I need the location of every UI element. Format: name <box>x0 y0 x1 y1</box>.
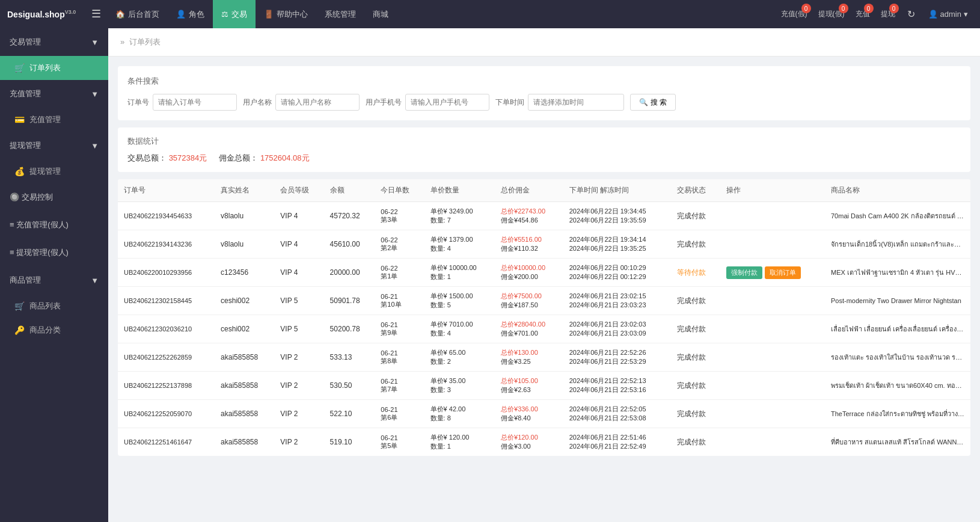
phone-input[interactable] <box>405 94 489 111</box>
search-icon: 🔍 <box>639 98 648 106</box>
admin-btn[interactable]: 👤 admin ▾ <box>923 10 973 19</box>
main-layout: 交易管理 ▼ 🛒 订单列表 充值管理 ▼ 💳 充值管理 提现管理 ▼ 💰 提现管… <box>0 28 980 522</box>
cart-icon: 🛒 <box>14 63 25 73</box>
recharge-fake-btn[interactable]: 充值(假) 0 <box>777 0 811 28</box>
cell-actions <box>720 400 825 428</box>
table-card: 订单号 真实姓名 会员等级 余额 今日单数 单价数量 总价佣金 下单时间 解冻时… <box>118 179 970 456</box>
col-times: 下单时间 解冻时间 <box>563 179 671 202</box>
cell-times: 2024年06月22日 19:34:45 2024年06月22日 19:35:5… <box>563 202 671 230</box>
cell-today-order: 06-21第9单 <box>375 315 424 343</box>
nav-item-shop[interactable]: 商城 <box>364 0 397 28</box>
table-row: UB2406220010293956 c123456 VIP 4 20000.0… <box>118 259 970 287</box>
table-row: UB2406212252137898 akai585858 VIP 2 530.… <box>118 372 970 400</box>
cell-unit-qty: 单价¥ 10000.00数量: 1 <box>424 259 495 287</box>
cell-balance: 522.10 <box>324 400 375 428</box>
search-button[interactable]: 🔍 搜 索 <box>630 94 676 111</box>
cell-times: 2024年06月21日 23:02:03 2024年06月21日 23:03:0… <box>563 315 671 343</box>
col-order-no: 订单号 <box>118 179 215 202</box>
cell-today-order: 06-22第2单 <box>375 230 424 259</box>
search-card: 条件搜索 订单号 用户名称 用户手机号 下单时间 <box>118 66 970 120</box>
cell-actions <box>720 315 825 343</box>
cell-total-commission: 总价¥130.00 佣金¥3.25 <box>495 343 563 372</box>
cell-vip: VIP 5 <box>274 287 323 315</box>
sidebar-item-product-list[interactable]: 🛒 商品列表 <box>0 294 108 318</box>
cell-real-name: v8laolu <box>215 202 274 230</box>
cell-actions <box>720 372 825 400</box>
order-no-field: 订单号 <box>127 94 237 111</box>
cell-status: 完成付款 <box>671 287 720 315</box>
table-row: UB2406221934143236 v8laolu VIP 4 45610.0… <box>118 230 970 259</box>
cancel-order-btn[interactable]: 取消订单 <box>765 266 801 279</box>
home-icon: 🏠 <box>115 10 125 19</box>
sidebar-item-order-list[interactable]: 🛒 订单列表 <box>0 56 108 80</box>
recharge-badge: 0 <box>864 4 874 13</box>
order-time-input[interactable] <box>528 94 624 111</box>
sidebar-item-withdraw-mgmt[interactable]: 💰 提现管理 <box>0 159 108 183</box>
top-nav: Desigual.shopV3.0 ☰ 🏠 后台首页 👤 角色 ⚖ 交易 🚪 帮… <box>0 0 980 28</box>
cell-total-commission: 总价¥120.00 佣金¥3.00 <box>495 428 563 456</box>
orders-table: 订单号 真实姓名 会员等级 余额 今日单数 单价数量 总价佣金 下单时间 解冻时… <box>118 179 970 456</box>
col-balance: 余额 <box>324 179 375 202</box>
cell-today-order: 06-22第3单 <box>375 202 424 230</box>
cell-product-name: รองเท้าแตะ รองเท้าใส่ในบ้าน รองเท้านวด ร… <box>825 343 970 372</box>
sidebar-item-recharge-mgmt[interactable]: 💳 充值管理 <box>0 108 108 132</box>
nav-item-role[interactable]: 👤 角色 <box>168 0 213 28</box>
cell-vip: VIP 5 <box>274 315 323 343</box>
order-time-label: 下单时间 <box>495 97 524 108</box>
table-row: UB2406212252262859 akai585858 VIP 2 533.… <box>118 343 970 372</box>
cell-today-order: 06-21第6单 <box>375 400 424 428</box>
cell-actions: 强制付款取消订单 <box>720 259 825 287</box>
table-row: UB2406212251461647 akai585858 VIP 2 519.… <box>118 428 970 456</box>
col-real-name: 真实姓名 <box>215 179 274 202</box>
col-status: 交易状态 <box>671 179 720 202</box>
nav-item-system[interactable]: 系统管理 <box>316 0 364 28</box>
cell-order-no: UB2406212302158445 <box>118 287 215 315</box>
refresh-btn[interactable]: ↻ <box>902 8 920 20</box>
sidebar-item-recharge-fake[interactable]: ≡ 充值管理(假人) <box>0 211 108 239</box>
table-row: UB2406212302036210 ceshi002 VIP 5 50200.… <box>118 315 970 343</box>
nav-right: 充值(假) 0 提现(假) 0 充值 0 提现 0 ↻ 👤 admin ▾ <box>777 0 973 28</box>
col-unit-qty: 单价数量 <box>424 179 495 202</box>
cell-times: 2024年06月21日 22:51:46 2024年06月21日 22:52:4… <box>563 428 671 456</box>
cell-times: 2024年06月22日 00:10:29 2024年06月22日 00:12:2… <box>563 259 671 287</box>
username-input[interactable] <box>275 94 360 111</box>
nav-item-home[interactable]: 🏠 后台首页 <box>107 0 168 28</box>
recharge-btn[interactable]: 充值 0 <box>852 0 874 28</box>
cell-vip: VIP 4 <box>274 230 323 259</box>
col-product-name: 商品名称 <box>825 179 970 202</box>
sidebar-item-product-category[interactable]: 🔑 商品分类 <box>0 318 108 342</box>
cell-today-order: 06-21第7单 <box>375 372 424 400</box>
withdraw-btn[interactable]: 提现 0 <box>877 0 899 28</box>
menu-toggle-btn[interactable]: ☰ <box>85 0 107 28</box>
cell-status: 完成付款 <box>671 343 720 372</box>
sidebar: 交易管理 ▼ 🛒 订单列表 充值管理 ▼ 💳 充值管理 提现管理 ▼ 💰 提现管… <box>0 28 108 522</box>
cell-order-no: UB2406221934143236 <box>118 230 215 259</box>
cell-actions <box>720 287 825 315</box>
nav-item-help[interactable]: 🚪 帮助中心 <box>256 0 316 28</box>
cell-real-name: akai585858 <box>215 343 274 372</box>
force-pay-btn[interactable]: 强制付款 <box>726 266 762 279</box>
sidebar-group-withdraw-mgmt[interactable]: 提现管理 ▼ <box>0 132 108 159</box>
sidebar-item-trade-control[interactable]: 🔘 交易控制 <box>0 183 108 211</box>
sidebar-group-trade-mgmt[interactable]: 交易管理 ▼ <box>0 28 108 56</box>
withdraw-fake-btn[interactable]: 提现(假) 0 <box>815 0 848 28</box>
order-no-label: 订单号 <box>127 97 149 108</box>
order-no-input[interactable] <box>153 94 237 111</box>
withdraw-badge: 0 <box>889 4 899 13</box>
cell-real-name: akai585858 <box>215 372 274 400</box>
sidebar-group-recharge-mgmt[interactable]: 充值管理 ▼ <box>0 80 108 108</box>
help-icon: 🚪 <box>264 10 274 19</box>
breadcrumb-current: 订单列表 <box>129 37 161 46</box>
cell-order-no: UB2406212252262859 <box>118 343 215 372</box>
sidebar-group-product-mgmt[interactable]: 商品管理 ▼ <box>0 266 108 294</box>
table-row: UB2406212252059070 akai585858 VIP 2 522.… <box>118 400 970 428</box>
nav-item-trade[interactable]: ⚖ 交易 <box>213 0 256 28</box>
recharge-fake-badge: 0 <box>801 4 811 13</box>
admin-icon: 👤 <box>928 10 938 19</box>
cell-balance: 20000.00 <box>324 259 375 287</box>
cell-unit-qty: 单价¥ 3249.00数量: 7 <box>424 202 495 230</box>
cell-balance: 50200.78 <box>324 315 375 343</box>
money-icon: 💰 <box>14 167 25 176</box>
cell-real-name: ceshi002 <box>215 315 274 343</box>
sidebar-item-withdraw-fake[interactable]: ≡ 提现管理(假人) <box>0 239 108 266</box>
